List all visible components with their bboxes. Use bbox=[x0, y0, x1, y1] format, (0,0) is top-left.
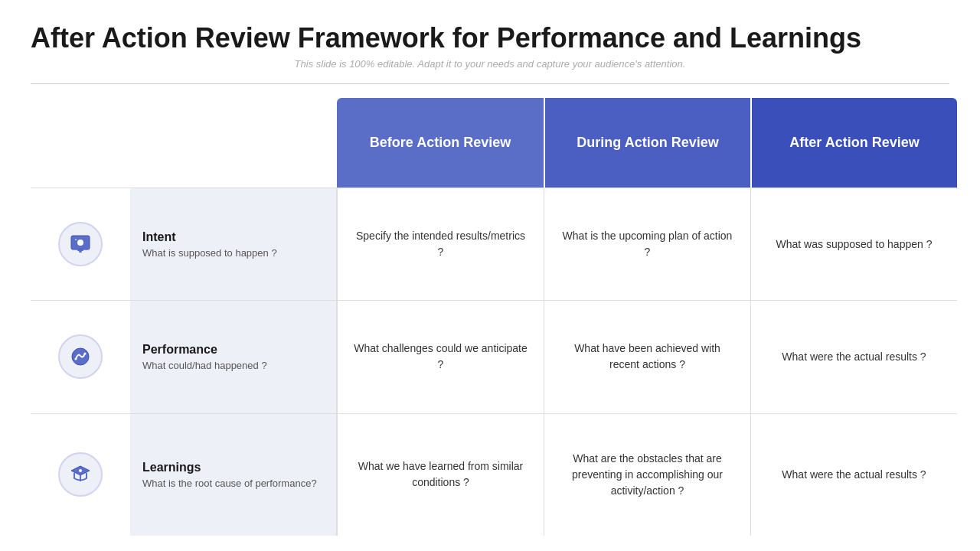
intent-sublabel: What is supposed to happen ? bbox=[142, 247, 324, 259]
learnings-icon-cell bbox=[31, 413, 130, 536]
header-before: Before Action Review bbox=[337, 98, 544, 187]
page: After Action Review Framework for Perfor… bbox=[0, 0, 980, 551]
learnings-label: Learnings bbox=[142, 461, 324, 474]
page-subtitle: This slide is 100% editable. Adapt it to… bbox=[31, 58, 949, 70]
svg-rect-3 bbox=[77, 249, 83, 251]
intent-during: What is the upcoming plan of action ? bbox=[544, 187, 750, 300]
learnings-during: What are the obstacles that are preventi… bbox=[544, 413, 750, 536]
performance-icon-cell bbox=[31, 300, 130, 412]
learnings-before: What we have learned from similar condit… bbox=[337, 413, 544, 536]
svg-point-2 bbox=[77, 240, 83, 246]
main-table: Before Action Review During Action Revie… bbox=[31, 98, 949, 536]
performance-before: What challenges could we anticipate ? bbox=[337, 300, 544, 412]
performance-after: What were the actual results ? bbox=[750, 300, 957, 412]
header-spacer bbox=[31, 98, 337, 187]
performance-sublabel: What could/had happened ? bbox=[142, 360, 324, 371]
intent-icon-circle bbox=[58, 222, 103, 266]
table-wrapper: Before Action Review During Action Revie… bbox=[31, 98, 949, 536]
learnings-icon bbox=[69, 463, 92, 486]
page-title: After Action Review Framework for Perfor… bbox=[31, 23, 949, 54]
svg-point-9 bbox=[79, 469, 82, 472]
svg-rect-4 bbox=[79, 251, 82, 253]
performance-icon-circle bbox=[58, 334, 103, 379]
performance-during: What have been achieved with recent acti… bbox=[544, 300, 750, 412]
intent-icon bbox=[69, 233, 92, 256]
intent-label: Intent bbox=[142, 230, 324, 244]
svg-point-8 bbox=[84, 353, 87, 355]
learnings-sublabel: What is the root cause of performance? bbox=[142, 478, 324, 489]
header-after: After Action Review bbox=[750, 98, 957, 187]
performance-label: Performance bbox=[142, 343, 324, 357]
learnings-icon-circle bbox=[58, 452, 103, 497]
performance-label-cell: Performance What could/had happened ? bbox=[130, 300, 337, 412]
learnings-after: What were the actual results ? bbox=[750, 413, 957, 536]
intent-before: Specify the intended results/metrics ? bbox=[337, 187, 544, 300]
intent-icon-cell bbox=[31, 187, 130, 300]
learnings-label-cell: Learnings What is the root cause of perf… bbox=[130, 413, 337, 536]
divider bbox=[31, 83, 949, 84]
intent-label-cell: Intent What is supposed to happen ? bbox=[130, 187, 337, 300]
svg-point-7 bbox=[75, 358, 77, 360]
header-during: During Action Review bbox=[544, 98, 750, 187]
performance-icon bbox=[69, 345, 92, 368]
intent-after: What was supposed to happen ? bbox=[750, 187, 957, 300]
